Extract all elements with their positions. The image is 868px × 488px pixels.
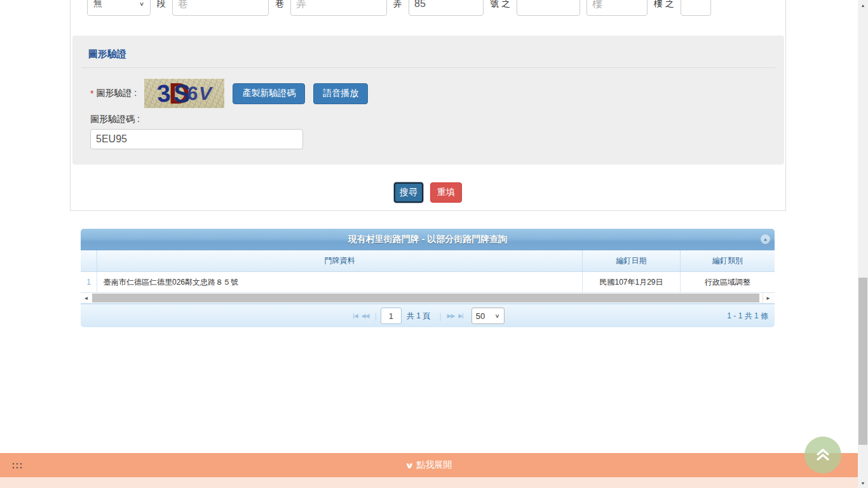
regenerate-captcha-button[interactable]: 產製新驗證碼: [233, 83, 305, 104]
pagination-bar: |◀ ◀◀ | 共 1 頁 | ▶▶ ▶| 50 ∨ 1 - 1 共 1 條: [81, 304, 775, 327]
section-label: 段: [157, 0, 166, 10]
scroll-right-icon[interactable]: ►: [763, 293, 773, 303]
section-select-value: 無: [93, 0, 102, 10]
results-panel-header: 現有村里街路門牌 - 以部分街路門牌查詢 ▲: [81, 229, 775, 250]
column-header-category: 編釘類別: [681, 250, 775, 271]
captcha-image: 3 D S 6 V: [144, 79, 224, 108]
action-row: 搜尋 重填: [71, 182, 785, 203]
chevron-down-icon: ∨: [405, 461, 414, 470]
divider: |: [439, 311, 441, 321]
table-row[interactable]: 1 臺南市仁德區仁德里026鄰文忠路８５號 民國107年1月29日 行政區域調整: [81, 272, 775, 293]
captcha-row: * 圖形驗證 : 3 D S 6 V 產製新驗證碼 語音播放: [90, 78, 368, 109]
double-chevron-up-icon: [815, 448, 831, 462]
captcha-letter: V: [199, 84, 212, 103]
number-input[interactable]: [409, 0, 484, 16]
captcha-letter: 3: [156, 81, 172, 105]
next-page-icon[interactable]: ▶▶: [445, 313, 457, 319]
reset-button[interactable]: 重填: [430, 182, 462, 203]
captcha-letter: 6: [187, 83, 199, 103]
page-number-input[interactable]: [381, 308, 402, 324]
captcha-panel: 圖形驗證 * 圖形驗證 : 3 D S 6 V 產製新驗證碼 語音播放 圖形驗證…: [72, 36, 784, 165]
scroll-left-icon[interactable]: ◄: [81, 293, 92, 303]
divider: |: [374, 311, 376, 321]
page: 無 ∨ 段 巷 弄 號 之 樓 之 圖形驗證 * 圖形驗證 : 3: [0, 0, 868, 488]
audio-playback-button[interactable]: 語音播放: [313, 83, 368, 104]
total-pages-label: 共 1 頁: [407, 311, 430, 322]
floor-input[interactable]: [587, 0, 648, 16]
vertical-scrollbar-thumb[interactable]: [858, 278, 867, 445]
captcha-section-title: 圖形驗證: [88, 48, 126, 60]
results-panel: 現有村里街路門牌 - 以部分街路門牌查詢 ▲ 門牌資料 編釘日期 編釘類別 1 …: [81, 229, 775, 327]
required-mark: *: [90, 88, 93, 98]
scroll-up-icon[interactable]: ▲: [858, 0, 868, 10]
row-category: 行政區域調整: [681, 272, 775, 292]
back-to-top-button[interactable]: [804, 437, 841, 473]
captcha-label: 圖形驗證 :: [96, 88, 137, 99]
captcha-code-input[interactable]: [90, 129, 303, 149]
lane-input[interactable]: [172, 0, 269, 16]
column-header-index: [81, 250, 97, 271]
first-page-icon[interactable]: |◀: [351, 313, 359, 319]
record-range-label: 1 - 1 共 1 條: [727, 304, 768, 327]
page-size-value: 50: [476, 311, 485, 321]
row-index: 1: [81, 272, 97, 292]
last-page-icon[interactable]: ▶|: [456, 313, 465, 319]
expand-footer-button[interactable]: ∨ 點我展開: [0, 453, 858, 477]
expand-footer-label: 點我展開: [416, 459, 452, 471]
vertical-scrollbar[interactable]: ▲ ▼: [858, 0, 868, 488]
section-select[interactable]: 無 ∨: [87, 0, 151, 16]
number-sub-input[interactable]: [517, 0, 580, 16]
lane-label: 巷: [275, 0, 284, 10]
chevron-down-icon: ∨: [495, 313, 500, 319]
number-label: 號 之: [490, 0, 510, 10]
divider: [81, 67, 775, 68]
results-panel-title: 現有村里街路門牌 - 以部分街路門牌查詢: [348, 234, 507, 245]
address-form-row: 無 ∨ 段 巷 弄 號 之 樓 之: [87, 0, 711, 16]
horizontal-scrollbar[interactable]: ◄ ►: [81, 293, 775, 304]
collapse-panel-icon[interactable]: ▲: [761, 234, 770, 244]
column-header-date: 編釘日期: [583, 250, 681, 271]
column-header-address: 門牌資料: [97, 250, 583, 271]
footer-strip: [0, 477, 858, 488]
floor-label: 樓 之: [654, 0, 674, 10]
row-address: 臺南市仁德區仁德里026鄰文忠路８５號: [97, 272, 583, 292]
search-button[interactable]: 搜尋: [394, 182, 423, 203]
scroll-down-icon[interactable]: ▼: [858, 478, 868, 488]
table-header-row: 門牌資料 編釘日期 編釘類別: [81, 250, 775, 272]
alley-input[interactable]: [290, 0, 387, 16]
chevron-down-icon: ∨: [139, 1, 144, 7]
alley-label: 弄: [393, 0, 402, 10]
horizontal-scrollbar-thumb[interactable]: [92, 294, 759, 302]
row-date: 民國107年1月29日: [583, 272, 681, 292]
floor-sub-input[interactable]: [681, 0, 711, 16]
footer-expand-bar[interactable]: ∨ 點我展開: [0, 453, 858, 477]
page-size-select[interactable]: 50 ∨: [471, 308, 505, 324]
search-form-card: 無 ∨ 段 巷 弄 號 之 樓 之 圖形驗證 * 圖形驗證 : 3: [70, 0, 786, 211]
captcha-code-label: 圖形驗證碼 :: [90, 114, 140, 125]
prev-page-icon[interactable]: ◀◀: [360, 313, 371, 319]
